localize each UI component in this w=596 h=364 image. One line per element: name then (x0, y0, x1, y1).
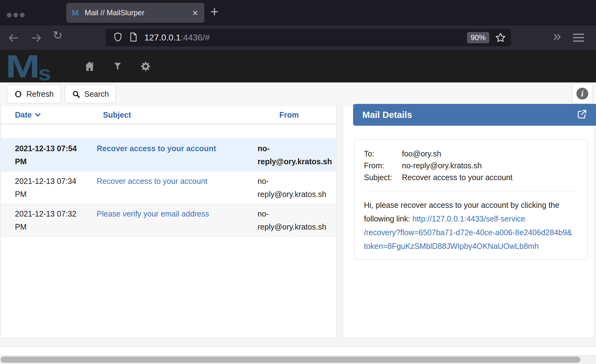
column-header-from[interactable]: From (258, 110, 336, 119)
mail-list-panel: Date Subject From 2021-12-13 07:54 PM Re… (1, 106, 337, 338)
window-control-dot[interactable] (20, 13, 25, 17)
favicon-letter: s (78, 12, 81, 17)
sort-chevron-down-icon (35, 113, 41, 117)
to-label: To: (364, 148, 402, 160)
hamburger-icon (573, 37, 584, 38)
bookmark-star-icon[interactable] (495, 32, 506, 43)
mail-list-header: Date Subject From (1, 106, 336, 124)
search-button-label: Search (84, 90, 109, 99)
page-info-icon[interactable] (129, 32, 137, 43)
field-subject: Subject: Recover access to your account (364, 171, 578, 183)
column-header-subject[interactable]: Subject (97, 110, 258, 119)
main-content: Date Subject From 2021-12-13 07:54 PM Re… (0, 106, 596, 364)
shield-icon[interactable] (113, 32, 123, 43)
refresh-icon (14, 90, 22, 98)
mail-from: no-reply@ory.kratos.sh (258, 142, 335, 168)
hamburger-icon (573, 34, 584, 35)
recovery-link-line: /recovery?flow=6507ba71-d72e-40ce-a006-8… (364, 226, 578, 239)
actions-toolbar: Refresh Search i (0, 82, 596, 106)
mail-subject-link[interactable]: Recover access to your account (97, 144, 216, 153)
mail-row[interactable]: 2021-12-13 07:54 PM Recover access to yo… (1, 138, 336, 171)
logo-letter-m: M (6, 51, 40, 82)
forward-arrow-icon (30, 32, 42, 44)
mail-details-title: Mail Details (362, 110, 577, 120)
settings-gear-icon[interactable] (139, 61, 152, 72)
mail-details-card: To: foo@ory.sh From: no-reply@ory.kratos… (354, 139, 588, 259)
url-text: 127.0.0.1:4436/# (144, 33, 210, 43)
field-from: From: no-reply@ory.kratos.sh (364, 160, 578, 171)
browser-window: M s Mail // MailSlurper × + ↻ 127.0.0.1:… (0, 0, 596, 364)
search-icon (72, 90, 80, 98)
window-controls[interactable] (7, 13, 25, 17)
logo-letter-s: s (38, 61, 51, 85)
mail-subject-link[interactable]: Please verify your email address (97, 209, 209, 218)
mail-from: no-reply@ory.kratos.sh (258, 175, 335, 201)
mailslurper-navbar: M s (0, 50, 596, 82)
hamburger-icon (573, 40, 584, 42)
mail-date: 2021-12-13 07:34 PM (15, 175, 81, 201)
url-bar-input[interactable]: 127.0.0.1:4436/# 90% (106, 29, 511, 46)
window-control-dot[interactable] (7, 13, 12, 17)
mail-subject-link[interactable]: Recover access to your account (97, 177, 207, 185)
navbar-icons (83, 50, 152, 82)
browser-tab-bar: M s Mail // MailSlurper × + (0, 0, 596, 26)
bottom-spacer (0, 346, 596, 355)
home-icon[interactable] (83, 61, 96, 72)
tab-close-icon[interactable]: × (192, 8, 198, 18)
horizontal-scrollbar[interactable] (0, 355, 596, 364)
mail-row[interactable]: 2021-12-13 07:34 PM Recover access to yo… (1, 171, 336, 204)
url-host: 127.0.0.1 (144, 33, 181, 42)
filter-icon[interactable] (111, 62, 124, 71)
from-value: no-reply@ory.kratos.sh (402, 160, 578, 171)
card-divider (364, 191, 578, 191)
url-path: :4436/# (181, 33, 210, 42)
mail-date: 2021-12-13 07:32 PM (15, 207, 81, 233)
open-external-icon[interactable] (577, 109, 587, 121)
refresh-button[interactable]: Refresh (7, 85, 61, 103)
reload-button[interactable]: ↻ (53, 30, 63, 41)
mailslurper-logo[interactable]: M s (9, 50, 50, 82)
new-tab-button[interactable]: + (210, 4, 219, 19)
mail-body: Hi, please recover access to your accoun… (364, 198, 578, 253)
back-button[interactable] (7, 32, 19, 45)
back-arrow-icon (7, 32, 19, 44)
mail-date: 2021-12-13 07:54 PM (15, 142, 81, 168)
column-header-date[interactable]: Date (15, 110, 97, 119)
app-menu-button[interactable] (573, 34, 584, 44)
from-label: From: (364, 160, 402, 171)
refresh-button-label: Refresh (26, 90, 54, 99)
zoom-level-badge[interactable]: 90% (467, 32, 489, 43)
mail-details-header: Mail Details (353, 104, 596, 126)
recovery-link-line: http://127.0.0.1:4433/self-service (412, 214, 525, 223)
search-button[interactable]: Search (65, 85, 116, 103)
scrollbar-thumb[interactable] (1, 357, 580, 363)
browser-toolbar: ↻ 127.0.0.1:4436/# 90% » (0, 26, 596, 50)
subject-label: Subject: (364, 171, 402, 183)
field-to: To: foo@ory.sh (364, 148, 578, 160)
toolbar-overflow-button[interactable]: » (553, 27, 560, 44)
info-icon: i (576, 88, 588, 100)
mail-list-body: 2021-12-13 07:54 PM Recover access to yo… (1, 138, 336, 237)
info-button[interactable]: i (572, 83, 593, 104)
subject-value: Recover access to your account (402, 171, 578, 183)
mailslurper-favicon-icon: M s (72, 9, 81, 17)
browser-tab[interactable]: M s Mail // MailSlurper × (66, 3, 204, 23)
mail-from: no-reply@ory.kratos.sh (258, 207, 335, 233)
to-value: foo@ory.sh (402, 148, 578, 160)
mail-row[interactable]: 2021-12-13 07:32 PM Please verify your e… (1, 204, 336, 237)
recovery-link-line: token=8FguKzSMblD88JWIpby4OKNaUOwLb8mh (364, 239, 578, 253)
window-control-dot[interactable] (13, 13, 18, 17)
tab-title: Mail // MailSlurper (85, 8, 192, 17)
forward-button[interactable] (30, 32, 42, 45)
date-header-label: Date (15, 110, 32, 119)
mail-details-panel: Mail Details To: foo@ory.sh From: no-rep… (343, 106, 594, 338)
